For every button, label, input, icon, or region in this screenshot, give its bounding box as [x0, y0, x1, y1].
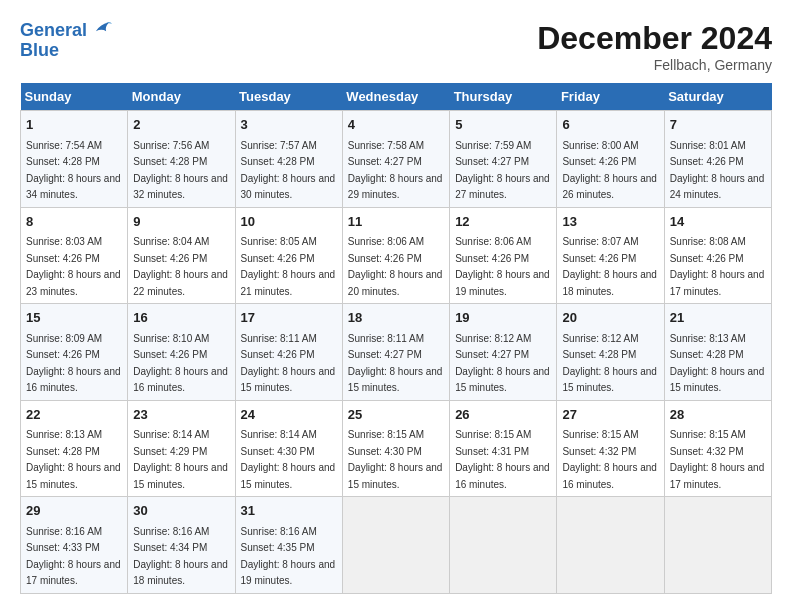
- calendar-cell: [342, 497, 449, 594]
- calendar-cell: 19Sunrise: 8:12 AMSunset: 4:27 PMDayligh…: [450, 304, 557, 401]
- calendar-cell: 11Sunrise: 8:06 AMSunset: 4:26 PMDayligh…: [342, 207, 449, 304]
- day-info: Sunrise: 7:59 AMSunset: 4:27 PMDaylight:…: [455, 140, 550, 201]
- day-info: Sunrise: 8:06 AMSunset: 4:26 PMDaylight:…: [348, 236, 443, 297]
- day-number: 9: [133, 212, 229, 232]
- day-number: 20: [562, 308, 658, 328]
- calendar-cell: 5Sunrise: 7:59 AMSunset: 4:27 PMDaylight…: [450, 111, 557, 208]
- calendar-week-row: 22Sunrise: 8:13 AMSunset: 4:28 PMDayligh…: [21, 400, 772, 497]
- day-number: 15: [26, 308, 122, 328]
- day-number: 24: [241, 405, 337, 425]
- calendar-week-row: 1Sunrise: 7:54 AMSunset: 4:28 PMDaylight…: [21, 111, 772, 208]
- day-number: 12: [455, 212, 551, 232]
- calendar-cell: 31Sunrise: 8:16 AMSunset: 4:35 PMDayligh…: [235, 497, 342, 594]
- day-info: Sunrise: 8:05 AMSunset: 4:26 PMDaylight:…: [241, 236, 336, 297]
- calendar-cell: 29Sunrise: 8:16 AMSunset: 4:33 PMDayligh…: [21, 497, 128, 594]
- day-info: Sunrise: 8:13 AMSunset: 4:28 PMDaylight:…: [670, 333, 765, 394]
- day-info: Sunrise: 8:12 AMSunset: 4:27 PMDaylight:…: [455, 333, 550, 394]
- weekday-header-saturday: Saturday: [664, 83, 771, 111]
- day-info: Sunrise: 8:07 AMSunset: 4:26 PMDaylight:…: [562, 236, 657, 297]
- title-block: December 2024 Fellbach, Germany: [537, 20, 772, 73]
- weekday-header-sunday: Sunday: [21, 83, 128, 111]
- page-header: General Blue December 2024 Fellbach, Ger…: [20, 20, 772, 73]
- location-subtitle: Fellbach, Germany: [537, 57, 772, 73]
- day-info: Sunrise: 8:14 AMSunset: 4:29 PMDaylight:…: [133, 429, 228, 490]
- logo-bird-icon: [90, 18, 112, 40]
- day-number: 5: [455, 115, 551, 135]
- calendar-cell: 20Sunrise: 8:12 AMSunset: 4:28 PMDayligh…: [557, 304, 664, 401]
- calendar-cell: 14Sunrise: 8:08 AMSunset: 4:26 PMDayligh…: [664, 207, 771, 304]
- day-number: 19: [455, 308, 551, 328]
- calendar-cell: 15Sunrise: 8:09 AMSunset: 4:26 PMDayligh…: [21, 304, 128, 401]
- day-number: 14: [670, 212, 766, 232]
- day-info: Sunrise: 8:00 AMSunset: 4:26 PMDaylight:…: [562, 140, 657, 201]
- day-number: 26: [455, 405, 551, 425]
- calendar-cell: [664, 497, 771, 594]
- calendar-cell: 30Sunrise: 8:16 AMSunset: 4:34 PMDayligh…: [128, 497, 235, 594]
- day-info: Sunrise: 8:16 AMSunset: 4:33 PMDaylight:…: [26, 526, 121, 587]
- calendar-cell: 3Sunrise: 7:57 AMSunset: 4:28 PMDaylight…: [235, 111, 342, 208]
- day-info: Sunrise: 8:08 AMSunset: 4:26 PMDaylight:…: [670, 236, 765, 297]
- calendar-cell: 12Sunrise: 8:06 AMSunset: 4:26 PMDayligh…: [450, 207, 557, 304]
- day-number: 22: [26, 405, 122, 425]
- day-number: 6: [562, 115, 658, 135]
- calendar-cell: 2Sunrise: 7:56 AMSunset: 4:28 PMDaylight…: [128, 111, 235, 208]
- weekday-header-wednesday: Wednesday: [342, 83, 449, 111]
- day-info: Sunrise: 8:11 AMSunset: 4:26 PMDaylight:…: [241, 333, 336, 394]
- day-number: 28: [670, 405, 766, 425]
- day-info: Sunrise: 8:03 AMSunset: 4:26 PMDaylight:…: [26, 236, 121, 297]
- day-number: 1: [26, 115, 122, 135]
- calendar-cell: 17Sunrise: 8:11 AMSunset: 4:26 PMDayligh…: [235, 304, 342, 401]
- calendar-cell: 16Sunrise: 8:10 AMSunset: 4:26 PMDayligh…: [128, 304, 235, 401]
- day-info: Sunrise: 8:15 AMSunset: 4:30 PMDaylight:…: [348, 429, 443, 490]
- day-number: 8: [26, 212, 122, 232]
- calendar-cell: 23Sunrise: 8:14 AMSunset: 4:29 PMDayligh…: [128, 400, 235, 497]
- logo: General Blue: [20, 20, 112, 61]
- day-number: 25: [348, 405, 444, 425]
- day-info: Sunrise: 8:15 AMSunset: 4:32 PMDaylight:…: [670, 429, 765, 490]
- day-info: Sunrise: 8:04 AMSunset: 4:26 PMDaylight:…: [133, 236, 228, 297]
- calendar-week-row: 8Sunrise: 8:03 AMSunset: 4:26 PMDaylight…: [21, 207, 772, 304]
- day-info: Sunrise: 8:15 AMSunset: 4:31 PMDaylight:…: [455, 429, 550, 490]
- logo-general: General: [20, 20, 87, 40]
- calendar-cell: 13Sunrise: 8:07 AMSunset: 4:26 PMDayligh…: [557, 207, 664, 304]
- calendar-cell: 4Sunrise: 7:58 AMSunset: 4:27 PMDaylight…: [342, 111, 449, 208]
- calendar-cell: 10Sunrise: 8:05 AMSunset: 4:26 PMDayligh…: [235, 207, 342, 304]
- calendar-table: SundayMondayTuesdayWednesdayThursdayFrid…: [20, 83, 772, 594]
- weekday-header-monday: Monday: [128, 83, 235, 111]
- day-number: 16: [133, 308, 229, 328]
- weekday-header-thursday: Thursday: [450, 83, 557, 111]
- day-number: 27: [562, 405, 658, 425]
- day-number: 23: [133, 405, 229, 425]
- day-info: Sunrise: 8:14 AMSunset: 4:30 PMDaylight:…: [241, 429, 336, 490]
- calendar-cell: 21Sunrise: 8:13 AMSunset: 4:28 PMDayligh…: [664, 304, 771, 401]
- day-number: 13: [562, 212, 658, 232]
- day-info: Sunrise: 8:12 AMSunset: 4:28 PMDaylight:…: [562, 333, 657, 394]
- calendar-cell: 8Sunrise: 8:03 AMSunset: 4:26 PMDaylight…: [21, 207, 128, 304]
- calendar-cell: 27Sunrise: 8:15 AMSunset: 4:32 PMDayligh…: [557, 400, 664, 497]
- day-number: 18: [348, 308, 444, 328]
- month-title: December 2024: [537, 20, 772, 57]
- day-info: Sunrise: 7:56 AMSunset: 4:28 PMDaylight:…: [133, 140, 228, 201]
- calendar-week-row: 15Sunrise: 8:09 AMSunset: 4:26 PMDayligh…: [21, 304, 772, 401]
- day-number: 30: [133, 501, 229, 521]
- day-info: Sunrise: 8:01 AMSunset: 4:26 PMDaylight:…: [670, 140, 765, 201]
- calendar-cell: 7Sunrise: 8:01 AMSunset: 4:26 PMDaylight…: [664, 111, 771, 208]
- day-info: Sunrise: 8:13 AMSunset: 4:28 PMDaylight:…: [26, 429, 121, 490]
- calendar-cell: 1Sunrise: 7:54 AMSunset: 4:28 PMDaylight…: [21, 111, 128, 208]
- day-number: 2: [133, 115, 229, 135]
- calendar-cell: [557, 497, 664, 594]
- calendar-cell: 24Sunrise: 8:14 AMSunset: 4:30 PMDayligh…: [235, 400, 342, 497]
- day-number: 21: [670, 308, 766, 328]
- calendar-cell: 9Sunrise: 8:04 AMSunset: 4:26 PMDaylight…: [128, 207, 235, 304]
- weekday-header-tuesday: Tuesday: [235, 83, 342, 111]
- day-number: 7: [670, 115, 766, 135]
- day-number: 29: [26, 501, 122, 521]
- day-info: Sunrise: 7:57 AMSunset: 4:28 PMDaylight:…: [241, 140, 336, 201]
- day-info: Sunrise: 7:54 AMSunset: 4:28 PMDaylight:…: [26, 140, 121, 201]
- weekday-header-friday: Friday: [557, 83, 664, 111]
- day-number: 11: [348, 212, 444, 232]
- day-info: Sunrise: 8:16 AMSunset: 4:34 PMDaylight:…: [133, 526, 228, 587]
- day-info: Sunrise: 7:58 AMSunset: 4:27 PMDaylight:…: [348, 140, 443, 201]
- day-number: 31: [241, 501, 337, 521]
- day-info: Sunrise: 8:06 AMSunset: 4:26 PMDaylight:…: [455, 236, 550, 297]
